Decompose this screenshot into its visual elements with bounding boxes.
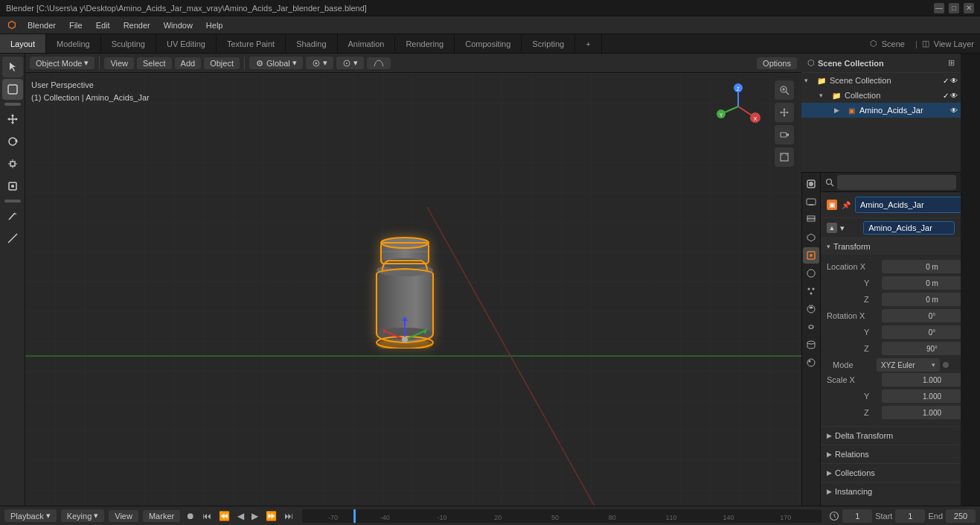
filter-icon[interactable]: ⊞	[948, 58, 955, 68]
tab-layout[interactable]: Layout	[0, 34, 46, 53]
transform-tool[interactable]	[2, 176, 23, 197]
measure-tool[interactable]	[2, 228, 23, 249]
physics-props-icon[interactable]	[803, 301, 819, 317]
data-props-icon[interactable]	[803, 337, 819, 353]
playback-menu[interactable]: Playback ▾	[4, 509, 57, 522]
move-tool[interactable]	[2, 109, 23, 130]
minimize-button[interactable]: —	[934, 3, 944, 13]
particles-props-icon[interactable]	[803, 283, 819, 299]
object-props-icon[interactable]	[803, 247, 819, 264]
menu-file[interactable]: File	[63, 19, 89, 31]
falloff-icon[interactable]	[367, 57, 391, 69]
object-name-input[interactable]: Amino_Acids_Jar	[855, 197, 961, 213]
rotation-y-input[interactable]: 0°	[882, 325, 961, 339]
mode-keyframe-dot[interactable]	[943, 362, 949, 368]
collection-expand-icon[interactable]: ▾	[819, 92, 828, 99]
maximize-button[interactable]: □	[949, 3, 959, 13]
marker-menu[interactable]: Marker	[143, 510, 180, 522]
delta-transform-header[interactable]: ▶ Delta Transform	[821, 427, 961, 445]
output-props-icon[interactable]	[803, 194, 819, 210]
pin-icon[interactable]: 📌	[842, 201, 851, 209]
tab-compositing[interactable]: Compositing	[455, 34, 522, 53]
object-row[interactable]: ▶ ▣ Amino_Acids_Jar 👁	[801, 103, 961, 118]
scale-z-input[interactable]: 1.000	[882, 406, 961, 419]
render-props-icon[interactable]	[803, 176, 819, 192]
viewport-gizmo[interactable]: Z Y X	[712, 80, 764, 133]
jar-object[interactable]	[360, 229, 449, 350]
mode-dropdown[interactable]: XYZ Euler ▾	[877, 358, 940, 372]
pan-button[interactable]	[775, 103, 794, 122]
add-menu[interactable]: Add	[175, 57, 202, 69]
step-forward-button[interactable]: ⏩	[264, 509, 278, 523]
menu-edit[interactable]: Edit	[90, 19, 116, 31]
timeline-playhead[interactable]	[354, 509, 356, 523]
blender-logo[interactable]: ⬡	[3, 18, 20, 32]
timeline-view-menu[interactable]: View	[109, 510, 138, 522]
scene-props-icon[interactable]	[803, 229, 819, 246]
proportional-editing[interactable]: ▾	[336, 57, 364, 69]
transform-pivot-menu[interactable]: Global ▾	[249, 57, 303, 69]
scene-collection-row[interactable]: ▾ 📁 Scene Collection ✓ 👁	[801, 73, 961, 88]
object-menu[interactable]: Object	[204, 57, 240, 69]
tab-uv-editing[interactable]: UV Editing	[156, 34, 217, 53]
current-frame-input[interactable]: 1	[842, 509, 872, 523]
menu-blender[interactable]: Blender	[22, 19, 62, 31]
object-eye-icon[interactable]: 👁	[950, 106, 958, 115]
viewport-canvas[interactable]: User Perspective (1) Collection | Amino_…	[25, 73, 801, 506]
timeline-scrubber[interactable]: -70 -40 -10 20 50 80 110 140 170	[302, 509, 822, 523]
tab-modeling[interactable]: Modeling	[46, 34, 101, 53]
select-tool[interactable]	[2, 79, 23, 100]
rotation-z-input[interactable]: 90°	[882, 342, 961, 355]
tab-animation[interactable]: Animation	[338, 34, 396, 53]
cursor-tool[interactable]	[2, 57, 23, 77]
annotate-tool[interactable]	[2, 206, 23, 226]
material-props-icon[interactable]	[803, 354, 819, 371]
visibility-toggle[interactable]: ✓	[943, 77, 949, 85]
object-expand-icon[interactable]: ▶	[834, 106, 843, 114]
location-z-input[interactable]: 0 m	[882, 293, 961, 306]
play-back-button[interactable]: ◀	[236, 509, 246, 523]
location-x-input[interactable]: 0 m	[882, 260, 961, 273]
viewport[interactable]: Object Mode ▾ View Select Add Object Glo…	[25, 54, 801, 506]
close-button[interactable]: ✕	[964, 3, 974, 13]
end-frame-input[interactable]: 250	[946, 509, 976, 523]
tab-sculpting[interactable]: Sculpting	[101, 34, 156, 53]
options-button[interactable]: Options	[757, 57, 797, 69]
tab-texture-paint[interactable]: Texture Paint	[217, 34, 286, 53]
rotation-x-input[interactable]: 0°	[882, 309, 961, 322]
menu-help[interactable]: Help	[200, 19, 229, 31]
snap-toggle[interactable]: ▾	[306, 57, 333, 69]
menu-window[interactable]: Window	[158, 19, 199, 31]
instancing-header[interactable]: ▶ Instancing	[821, 483, 961, 500]
scale-y-input[interactable]: 1.000	[882, 389, 961, 403]
expand-icon[interactable]: ▾	[804, 77, 813, 84]
rotate-tool[interactable]	[2, 131, 23, 152]
scale-x-input[interactable]: 1.000	[882, 373, 961, 386]
collection-check-icon[interactable]: ✓	[943, 92, 949, 100]
jump-to-start-button[interactable]: ⏮	[201, 509, 213, 523]
location-y-input[interactable]: 0 m	[882, 276, 961, 290]
properties-search-input[interactable]	[837, 175, 956, 190]
tab-rendering[interactable]: Rendering	[395, 34, 455, 53]
collection-eye-icon[interactable]: 👁	[950, 92, 958, 100]
record-button[interactable]: ⏺	[185, 509, 196, 523]
keying-menu[interactable]: Keying ▾	[61, 509, 105, 522]
collection-row[interactable]: ▾ 📁 Collection ✓ 👁	[801, 88, 961, 103]
object-mode-dropdown[interactable]: Object Mode ▾	[30, 57, 95, 69]
step-back-button[interactable]: ⏪	[217, 509, 231, 523]
menu-render[interactable]: Render	[118, 19, 156, 31]
zoom-in-button[interactable]	[775, 80, 794, 100]
view-layer-props-icon[interactable]	[803, 211, 819, 228]
scale-tool[interactable]	[2, 153, 23, 174]
tab-shading[interactable]: Shading	[286, 34, 337, 53]
collections-header[interactable]: ▶ Collections	[821, 464, 961, 482]
start-frame-input[interactable]: 1	[895, 509, 925, 523]
modifier-props-icon[interactable]	[803, 265, 819, 281]
constraints-props-icon[interactable]	[803, 319, 819, 335]
relations-header[interactable]: ▶ Relations	[821, 445, 961, 463]
jump-to-end-button[interactable]: ⏭	[283, 509, 295, 523]
transform-section-header[interactable]: ▾ Transform	[821, 238, 961, 255]
select-menu[interactable]: Select	[137, 57, 172, 69]
orthographic-toggle[interactable]	[775, 147, 794, 167]
add-workspace-button[interactable]: +	[575, 34, 601, 53]
